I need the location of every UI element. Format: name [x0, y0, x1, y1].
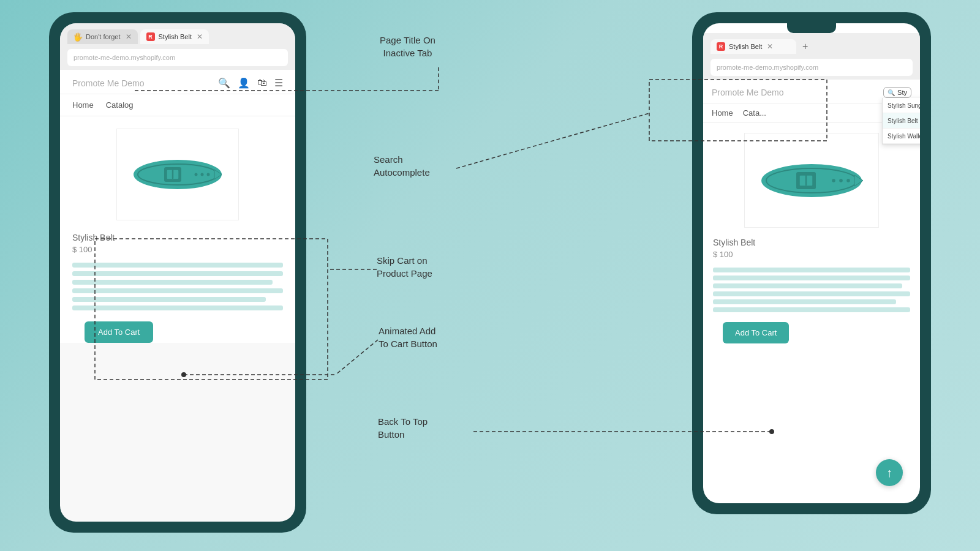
- belt-illustration-left: [129, 147, 227, 202]
- left-phone-inner: 🖐️ Don't forget ✕ R Stylish Belt ✕ promo…: [60, 23, 295, 522]
- right-tab-active[interactable]: R Stylish Belt ✕: [710, 39, 796, 54]
- annotation-animated-add-text: Animated AddTo Cart Button: [379, 326, 437, 349]
- emoji-hand-icon: 🖐️: [74, 32, 82, 41]
- left-site-header: Promote Me Demo 🔍 👤 🛍 ☰: [60, 70, 295, 94]
- left-tab-inactive-close[interactable]: ✕: [126, 32, 132, 41]
- left-address-bar[interactable]: promote-me-demo.myshopify.com: [67, 49, 288, 66]
- r-logo-icon: R: [146, 32, 155, 41]
- left-tab-inactive[interactable]: 🖐️ Don't forget ✕: [67, 29, 138, 44]
- cart-icon[interactable]: 🛍: [257, 77, 267, 89]
- autocomplete-item-belt[interactable]: Stylish Belt: [883, 113, 920, 129]
- account-icon[interactable]: 👤: [238, 77, 250, 89]
- right-browser-chrome: R Stylish Belt ✕ + promote-me-demo.mysho…: [703, 33, 920, 80]
- annotation-page-title-text: Page Title OnInactive Tab: [380, 35, 435, 58]
- right-product-title: Stylish Belt: [713, 238, 910, 247]
- annotation-back-to-top: Back To TopButton: [378, 415, 428, 441]
- autocomplete-label-0: Stylish Sunglasses: [888, 102, 920, 109]
- right-nav-home[interactable]: Home: [712, 108, 733, 118]
- svg-point-5: [195, 173, 198, 176]
- text-line-5: [72, 297, 266, 302]
- left-tab-bar: 🖐️ Don't forget ✕ R Stylish Belt ✕: [67, 29, 288, 44]
- left-tab-active[interactable]: R Stylish Belt ✕: [140, 29, 209, 44]
- text-line-1: [72, 263, 283, 268]
- left-product-info: Stylish Belt $ 100 Add To Cart: [60, 233, 295, 343]
- search-glass-icon: 🔍: [888, 89, 895, 96]
- annotation-search-text: SearchAutocomplete: [374, 154, 430, 178]
- nav-catalog[interactable]: Catalog: [106, 100, 134, 110]
- svg-point-13: [832, 179, 835, 182]
- right-tab-close[interactable]: ✕: [767, 42, 773, 51]
- left-tab-inactive-label: Don't forget: [86, 33, 121, 40]
- right-site-header: Promote Me Demo 🔍 Sty Stylish Sunglasses: [703, 80, 920, 103]
- svg-line-18: [456, 113, 649, 168]
- search-input-value[interactable]: Sty: [897, 89, 907, 96]
- autocomplete-dropdown: Stylish Sunglasses Stylish Belt Stylish …: [882, 98, 920, 144]
- left-product-title: Stylish Belt: [72, 233, 283, 242]
- right-site-logo: Promote Me Demo: [712, 88, 783, 97]
- right-phone-inner: R Stylish Belt ✕ + promote-me-demo.mysho…: [703, 23, 920, 503]
- right-text-line-4: [713, 291, 910, 296]
- left-site-content: Promote Me Demo 🔍 👤 🛍 ☰ Home Catalog: [60, 70, 295, 343]
- left-phone: 🖐️ Don't forget ✕ R Stylish Belt ✕ promo…: [49, 12, 306, 533]
- left-site-nav: Home Catalog: [60, 94, 295, 116]
- search-icon[interactable]: 🔍: [218, 77, 230, 89]
- phone-notch: [787, 23, 836, 33]
- back-to-top-arrow: ↑: [886, 466, 892, 480]
- right-product-price: $ 100: [713, 250, 910, 259]
- new-tab-button[interactable]: +: [799, 41, 812, 52]
- left-product-image: [116, 129, 239, 220]
- left-address-text: promote-me-demo.myshopify.com: [74, 54, 175, 61]
- svg-point-6: [201, 173, 204, 176]
- annotation-page-title: Page Title OnInactive Tab: [380, 34, 435, 59]
- left-product-price: $ 100: [72, 245, 283, 254]
- right-address-bar[interactable]: promote-me-demo.myshopify.com: [710, 59, 913, 76]
- autocomplete-item-sunglasses[interactable]: Stylish Sunglasses: [883, 98, 920, 113]
- add-to-cart-button-left[interactable]: Add To Cart: [85, 321, 153, 343]
- annotation-skip-cart-text: Skip Cart onProduct Page: [377, 255, 432, 279]
- right-site-content: Promote Me Demo 🔍 Sty Stylish Sunglasses: [703, 80, 920, 343]
- text-line-2: [72, 271, 283, 276]
- add-to-cart-button-right[interactable]: Add To Cart: [723, 322, 789, 343]
- autocomplete-label-2: Stylish Wallet: [888, 133, 920, 140]
- right-text-line-5: [713, 299, 896, 304]
- text-line-4: [72, 288, 283, 293]
- text-line-6: [72, 305, 283, 310]
- left-browser-chrome: 🖐️ Don't forget ✕ R Stylish Belt ✕ promo…: [60, 23, 295, 70]
- right-text-line-1: [713, 268, 910, 272]
- svg-point-15: [846, 179, 850, 182]
- menu-icon[interactable]: ☰: [274, 77, 283, 89]
- annotation-animated-add: Animated AddTo Cart Button: [379, 324, 437, 350]
- left-text-lines: [72, 263, 283, 310]
- autocomplete-item-wallet[interactable]: Stylish Wallet: [883, 129, 920, 144]
- left-site-logo: Promote Me Demo: [72, 78, 144, 88]
- svg-line-21: [336, 340, 378, 375]
- back-to-top-button[interactable]: ↑: [876, 459, 903, 486]
- svg-point-14: [839, 179, 843, 182]
- belt-illustration-right: [756, 153, 867, 208]
- right-text-line-6: [713, 307, 910, 312]
- svg-point-7: [207, 173, 210, 176]
- right-text-lines: [713, 268, 910, 312]
- right-product-info: Stylish Belt $ 100 Add To Cart: [703, 238, 920, 343]
- right-r-logo-icon: R: [717, 42, 725, 51]
- right-tab-label: Stylish Belt: [729, 43, 762, 50]
- left-tab-active-close[interactable]: ✕: [197, 32, 203, 41]
- right-tab-bar: R Stylish Belt ✕ +: [710, 39, 913, 54]
- right-address-text: promote-me-demo.myshopify.com: [717, 64, 818, 71]
- right-product-image: [744, 133, 879, 228]
- left-tab-active-label: Stylish Belt: [159, 33, 192, 40]
- search-bar[interactable]: 🔍 Sty: [883, 87, 911, 98]
- annotation-back-to-top-text: Back To TopButton: [378, 416, 428, 440]
- nav-home[interactable]: Home: [72, 100, 94, 110]
- annotation-search: SearchAutocomplete: [374, 153, 430, 179]
- right-text-line-2: [713, 276, 910, 280]
- autocomplete-label-1: Stylish Belt: [888, 118, 918, 124]
- left-header-icons: 🔍 👤 🛍 ☰: [218, 77, 283, 89]
- search-container: 🔍 Sty Stylish Sunglasses Stylish Belt: [883, 87, 911, 98]
- right-phone: R Stylish Belt ✕ + promote-me-demo.mysho…: [692, 12, 931, 514]
- right-nav-catalog[interactable]: Cata...: [743, 108, 766, 118]
- right-text-line-3: [713, 283, 902, 288]
- text-line-3: [72, 280, 273, 285]
- annotation-skip-cart: Skip Cart onProduct Page: [377, 254, 432, 280]
